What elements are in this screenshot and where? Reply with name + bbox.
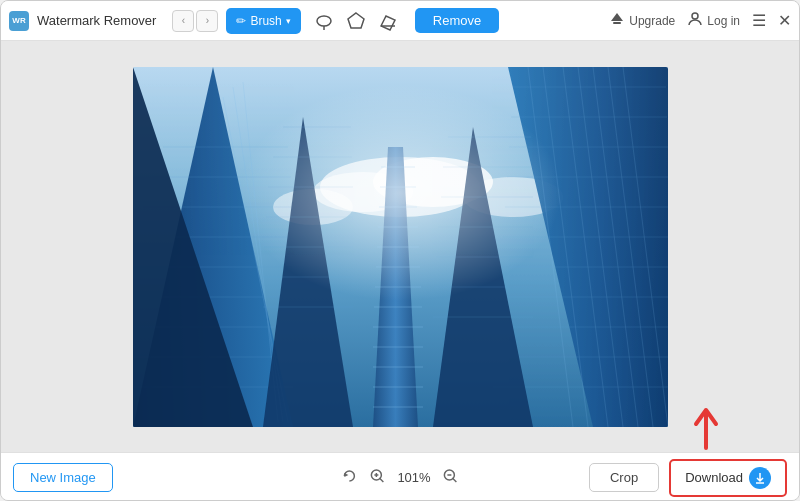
zoom-out-icon[interactable] <box>443 468 459 487</box>
menu-icon[interactable]: ☰ <box>752 11 766 30</box>
svg-line-77 <box>379 478 383 482</box>
crop-button[interactable]: Crop <box>589 463 659 492</box>
user-icon <box>687 11 703 30</box>
erase-tool-icon[interactable] <box>377 10 399 32</box>
polygon-tool-icon[interactable] <box>345 10 367 32</box>
bottom-bar: New Image 101% Crop <box>1 452 799 501</box>
zoom-in-icon[interactable] <box>369 468 385 487</box>
app-title: Watermark Remover <box>37 13 156 28</box>
svg-point-4 <box>692 13 698 19</box>
building-scene-svg <box>133 67 668 427</box>
bottom-right-actions: Crop Download <box>589 459 787 497</box>
close-icon[interactable]: ✕ <box>778 11 791 30</box>
bottom-left-actions: New Image <box>13 463 113 492</box>
rotate-icon[interactable] <box>341 468 357 487</box>
header-right: Upgrade Log in ☰ ✕ <box>609 11 791 30</box>
nav-arrows: ‹ › <box>172 10 218 32</box>
lasso-tool-icon[interactable] <box>313 10 335 32</box>
download-label: Download <box>685 470 743 485</box>
svg-rect-3 <box>613 22 621 24</box>
svg-rect-74 <box>133 67 668 427</box>
download-icon <box>749 467 771 489</box>
svg-point-0 <box>317 16 331 26</box>
svg-marker-75 <box>344 473 348 477</box>
svg-line-81 <box>453 478 457 482</box>
app-logo: WR <box>9 11 29 31</box>
tool-icons-group <box>313 10 399 32</box>
title-bar: WR Watermark Remover ‹ › ✏ Brush ▾ <box>1 1 799 41</box>
login-button[interactable]: Log in <box>687 11 740 30</box>
zoom-value: 101% <box>397 470 430 485</box>
upgrade-button[interactable]: Upgrade <box>609 11 675 30</box>
brush-icon: ✏ <box>236 14 246 28</box>
main-content <box>1 41 799 452</box>
upgrade-icon <box>609 11 625 30</box>
image-canvas <box>133 67 668 427</box>
download-button[interactable]: Download <box>669 459 787 497</box>
brush-button[interactable]: ✏ Brush ▾ <box>226 8 300 34</box>
zoom-controls: 101% <box>341 468 458 487</box>
chevron-down-icon: ▾ <box>286 16 291 26</box>
nav-back-button[interactable]: ‹ <box>172 10 194 32</box>
building-image <box>133 67 668 427</box>
new-image-button[interactable]: New Image <box>13 463 113 492</box>
nav-forward-button[interactable]: › <box>196 10 218 32</box>
remove-button[interactable]: Remove <box>415 8 499 33</box>
